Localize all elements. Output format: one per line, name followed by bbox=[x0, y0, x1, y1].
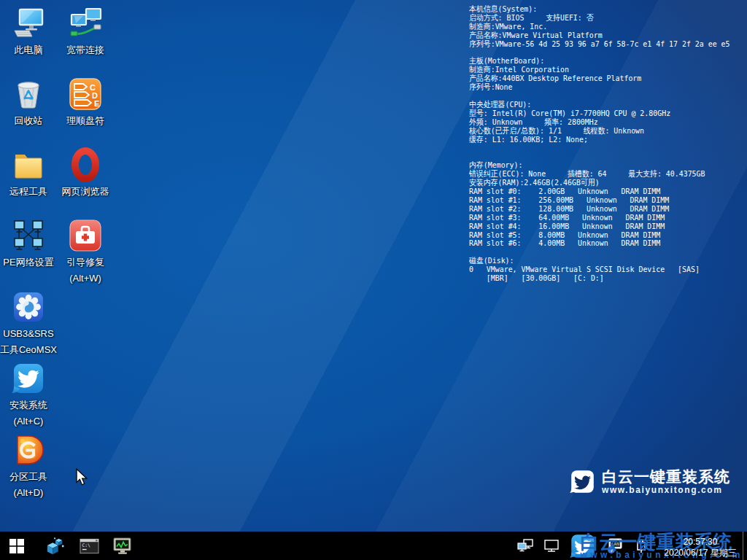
sysinfo-line: RAM slot #2: 128.00MB Unknown DRAM DIMM bbox=[469, 205, 730, 214]
install-system-bird-icon bbox=[11, 361, 46, 396]
icon-label-line2: (Alt+D) bbox=[14, 486, 44, 499]
svg-text:?: ? bbox=[610, 546, 614, 553]
icon-label-line2: (Alt+C) bbox=[14, 414, 44, 428]
opera-browser-icon bbox=[68, 147, 103, 182]
icon-label: 宽带连接 bbox=[66, 43, 104, 57]
desktop-icon-partition-tool[interactable]: 分区工具 (Alt+D) bbox=[0, 432, 57, 499]
tray-display-icon[interactable] bbox=[517, 539, 533, 553]
command-prompt-icon: C:\ bbox=[80, 537, 99, 555]
sysinfo-line: 产品名称:VMware Virtual Platform bbox=[469, 31, 730, 40]
icon-label-line2: 工具CeoMSX bbox=[0, 343, 57, 357]
watermark-bird-icon bbox=[570, 469, 595, 494]
taskbar-task-manager-button[interactable] bbox=[106, 532, 139, 560]
task-manager-icon bbox=[112, 537, 133, 556]
icon-label: 引导修复 bbox=[66, 255, 104, 269]
desktop-icon-web-browser[interactable]: 网页浏览器 bbox=[57, 147, 114, 198]
tray-lan-status-icon[interactable]: LAN ? bbox=[606, 537, 624, 555]
svg-text:LAN: LAN bbox=[612, 542, 620, 546]
pe-assistant-bird-button[interactable] bbox=[565, 532, 601, 560]
show-desktop-button[interactable] bbox=[743, 532, 747, 560]
mouse-cursor bbox=[74, 468, 89, 486]
sysinfo-line: 核心数(已开启/总数): 1/1 线程数: Unknown bbox=[469, 127, 730, 136]
svg-text:E: E bbox=[94, 99, 99, 108]
network-settings-icon bbox=[11, 218, 46, 253]
sysinfo-line: RAM slot #6: 4.00MB Unknown DRAM DIMM bbox=[469, 239, 730, 248]
usb3-srs-tool-icon bbox=[11, 289, 46, 324]
sysinfo-line: 序列号:None bbox=[469, 83, 730, 92]
desktop: 本机信息(System):启动方式: BIOS 支持UEFI: 否制造商:VMw… bbox=[0, 0, 747, 560]
desktop-icon-this-pc[interactable]: 此电脑 bbox=[0, 6, 57, 57]
tray-usb-icon[interactable] bbox=[634, 538, 649, 554]
watermark-title: 白云一键重装系统 bbox=[602, 468, 730, 485]
icon-label: USB3&SRS bbox=[3, 327, 53, 341]
sysinfo-line: 缓存: L1: 16.00KB; L2: None; bbox=[469, 136, 730, 144]
broadband-connection-icon bbox=[68, 6, 103, 41]
sysinfo-line: RAM slot #1: 256.00MB Unknown DRAM DIMM bbox=[469, 196, 730, 205]
dual-monitor-icon bbox=[517, 539, 533, 553]
system-info-panel: 本机信息(System):启动方式: BIOS 支持UEFI: 否制造商:VMw… bbox=[469, 5, 730, 283]
drive-letters-icon: C D E bbox=[68, 77, 103, 112]
sysinfo-line: [MBR] [30.00GB] [C: D:] bbox=[469, 274, 730, 283]
sysinfo-line: 制造商:VMware, Inc. bbox=[469, 23, 730, 31]
taskbar-cmd-button[interactable]: C:\ bbox=[72, 532, 106, 560]
clock-date: 2020/06/17 星期三 bbox=[661, 548, 740, 559]
svg-text:C:\: C:\ bbox=[82, 542, 90, 547]
tray-network-icon[interactable] bbox=[543, 539, 560, 553]
usb-plug-icon bbox=[634, 538, 649, 554]
icon-label: 网页浏览器 bbox=[62, 184, 109, 198]
desktop-icon-drive-letters[interactable]: C D E 理顺盘符 bbox=[57, 77, 114, 128]
sysinfo-line: 外频: Unknown 频率: 2800MHz bbox=[469, 118, 730, 127]
icon-label: 远程工具 bbox=[9, 184, 47, 198]
boot-repair-icon bbox=[68, 218, 103, 253]
icon-label: 理顺盘符 bbox=[66, 114, 104, 128]
lan-question-icon: LAN ? bbox=[606, 537, 624, 555]
desktop-icon-remote-tools[interactable]: 远程工具 bbox=[0, 147, 57, 198]
monitor-network-icon bbox=[543, 539, 560, 553]
sysinfo-line: 序列号:VMware-56 4d 25 93 96 a7 6f 58-7c e1… bbox=[469, 40, 730, 49]
recycle-bin-icon bbox=[11, 77, 46, 112]
sysinfo-line: RAM slot #3: 64.00MB Unknown DRAM DIMM bbox=[469, 214, 730, 222]
desktop-watermark: 白云一键重装系统 www.baiyunxitong.com bbox=[570, 468, 730, 495]
taskbar: C:\ bbox=[0, 532, 747, 560]
taskbar-clock[interactable]: 20:57:30 2020/06/17 星期三 bbox=[661, 536, 740, 559]
this-pc-icon bbox=[11, 6, 46, 41]
bird-bubble-icon bbox=[569, 533, 597, 559]
sysinfo-line: 型号: Intel(R) Core(TM) i7-7700HQ CPU @ 2.… bbox=[469, 109, 730, 118]
clock-time: 20:57:30 bbox=[661, 536, 740, 548]
folder-icon bbox=[11, 147, 46, 182]
sysinfo-line bbox=[469, 144, 730, 152]
sysinfo-line: RAM slot #4: 16.00MB Unknown DRAM DIMM bbox=[469, 222, 730, 231]
desktop-icon-pe-network[interactable]: PE网络设置 bbox=[0, 218, 57, 269]
icon-label: 安装系统 bbox=[9, 398, 47, 412]
taskbar-registry-tool-button[interactable] bbox=[39, 532, 72, 560]
blue-cubes-icon bbox=[46, 537, 65, 556]
icon-label: 回收站 bbox=[15, 114, 43, 128]
icon-label: PE网络设置 bbox=[3, 255, 53, 269]
desktop-icon-boot-repair[interactable]: 引导修复 (Alt+W) bbox=[57, 218, 114, 285]
watermark-url: www.baiyunxitong.com bbox=[602, 485, 730, 495]
icon-label: 此电脑 bbox=[15, 43, 43, 57]
icon-label: 分区工具 bbox=[9, 470, 47, 483]
desktop-icon-usb3-srs[interactable]: USB3&SRS 工具CeoMSX bbox=[0, 289, 57, 357]
start-button[interactable] bbox=[0, 532, 34, 560]
desktop-icon-broadband[interactable]: 宽带连接 bbox=[57, 6, 114, 57]
icon-label-line2: (Alt+W) bbox=[69, 271, 101, 285]
windows-logo-icon bbox=[9, 539, 24, 553]
desktop-icon-recycle-bin[interactable]: 回收站 bbox=[0, 77, 57, 128]
desktop-icon-install-system[interactable]: 安装系统 (Alt+C) bbox=[0, 361, 57, 428]
diskgenius-icon bbox=[11, 432, 46, 467]
